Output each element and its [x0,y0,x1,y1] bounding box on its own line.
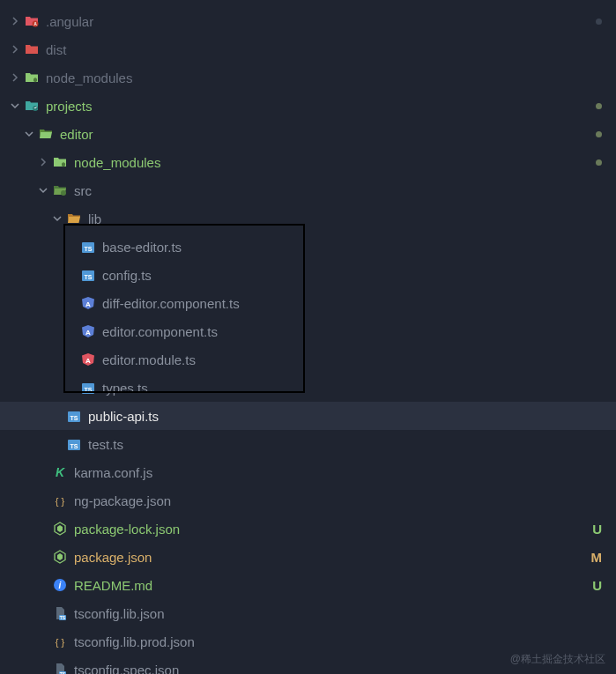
tree-item-label: base-editor.ts [102,240,602,255]
tree-item-public-api[interactable]: TS public-api.ts [0,402,616,430]
svg-text:TS: TS [85,246,93,252]
tsconfig-icon: TS [53,663,67,674]
tree-item-dist[interactable]: dist [0,35,616,63]
git-status-modified: M [584,550,602,565]
tree-item-label: types.ts [102,381,602,396]
svg-text:TS: TS [71,415,78,421]
tree-item-label: projects [46,99,596,114]
tree-item-diff-editor-component[interactable]: A diff-editor.component.ts [0,289,616,317]
folder-projects-icon [25,99,39,113]
chevron-right-icon [11,73,19,82]
tree-item-label: public-api.ts [88,409,602,424]
typescript-icon: TS [81,240,95,254]
tree-item-editor-component[interactable]: A editor.component.ts [0,317,616,345]
nodejs-icon [53,522,67,536]
tree-item-label: config.ts [102,268,602,283]
svg-text:i: i [59,581,62,590]
svg-text:A: A [85,357,91,365]
tree-item-base-editor[interactable]: TS base-editor.ts [0,233,616,261]
tree-item-label: package-lock.json [74,522,584,537]
tree-item-tsconfig-lib[interactable]: TS tsconfig.lib.json [0,599,616,627]
tree-item-karma-conf[interactable]: K karma.conf.js [0,458,616,486]
svg-text:TS: TS [85,387,93,393]
svg-marker-27 [57,553,63,560]
chevron-down-icon [39,186,48,195]
git-status-untracked: U [584,522,602,537]
chevron-down-icon [53,214,62,223]
tree-item-test[interactable]: TS test.ts [0,430,616,458]
tree-item-label: tsconfig.lib.json [74,606,602,621]
tree-item-src[interactable]: src [0,176,616,204]
chevron-right-icon [39,158,48,167]
tree-item-label: editor [60,127,596,142]
chevron-down-icon [11,101,19,110]
typescript-icon: TS [81,268,95,282]
tree-item-label: editor.component.ts [102,324,602,339]
info-icon: i [53,578,67,592]
angular-component-icon: A [81,324,95,338]
tree-item-types[interactable]: TS types.ts [0,374,616,402]
tree-item-label: package.json [74,550,584,565]
svg-text:TS: TS [71,443,78,449]
status-dot-icon [596,159,602,166]
folder-open-icon [39,127,53,141]
json-icon: { } [53,634,67,648]
tree-item-label: lib [88,211,602,226]
svg-text:TS: TS [60,615,66,620]
tree-item-angular[interactable]: A .angular [0,7,616,35]
svg-marker-25 [57,525,63,532]
json-icon: { } [53,493,67,507]
chevron-right-icon [11,45,19,54]
tree-item-editor[interactable]: editor [0,120,616,148]
chevron-down-icon [25,130,33,138]
svg-text:A: A [85,300,91,308]
folder-angular-icon: A [25,14,39,28]
tree-item-ng-package[interactable]: { } ng-package.json [0,486,616,515]
svg-text:TS: TS [85,274,93,280]
folder-node-icon [25,70,39,85]
tree-item-label: dist [46,42,602,57]
watermark: @稀土掘金技术社区 [510,652,605,667]
svg-text:{ }: { } [56,496,65,507]
tree-item-config[interactable]: TS config.ts [0,261,616,289]
tree-item-editor-node-modules[interactable]: node_modules [0,148,616,176]
typescript-icon: TS [67,437,81,451]
tree-item-projects[interactable]: projects [0,92,616,120]
svg-text:{ }: { } [56,637,65,648]
chevron-right-icon [11,17,19,26]
typescript-icon: TS [81,381,95,395]
tree-item-label: README.md [74,578,584,593]
typescript-icon: TS [67,409,81,423]
angular-module-icon: A [81,352,95,367]
tree-item-package[interactable]: package.json M [0,543,616,571]
nodejs-icon [53,550,67,564]
file-tree: A .angular dist node_modules [0,0,616,674]
karma-icon: K [53,465,67,479]
status-dot-icon [596,19,602,25]
tree-item-readme[interactable]: i README.md U [0,571,616,599]
tree-item-label: editor.module.ts [102,352,602,367]
tsconfig-icon: TS [53,606,67,620]
folder-src-icon [53,183,67,197]
tree-item-label: src [74,183,602,198]
tree-item-label: node_modules [46,70,602,85]
tree-item-label: test.ts [88,437,602,452]
tree-item-label: karma.conf.js [74,465,602,480]
svg-point-5 [61,190,66,196]
tree-item-label: node_modules [74,155,596,170]
tree-item-label: .angular [46,14,596,29]
angular-component-icon: A [81,296,95,310]
status-dot-icon [596,131,602,137]
svg-text:TS: TS [60,671,66,675]
folder-node-icon [53,155,67,169]
folder-lib-icon [67,211,81,226]
tree-item-node-modules[interactable]: node_modules [0,63,616,92]
tree-item-package-lock[interactable]: package-lock.json U [0,515,616,543]
tree-item-lib[interactable]: lib [0,204,616,233]
git-status-untracked: U [584,578,602,593]
folder-dist-icon [25,42,39,56]
tree-item-label: ng-package.json [74,493,602,508]
tree-item-editor-module[interactable]: A editor.module.ts [0,345,616,374]
tree-item-label: diff-editor.component.ts [102,296,602,311]
svg-text:A: A [85,329,91,337]
